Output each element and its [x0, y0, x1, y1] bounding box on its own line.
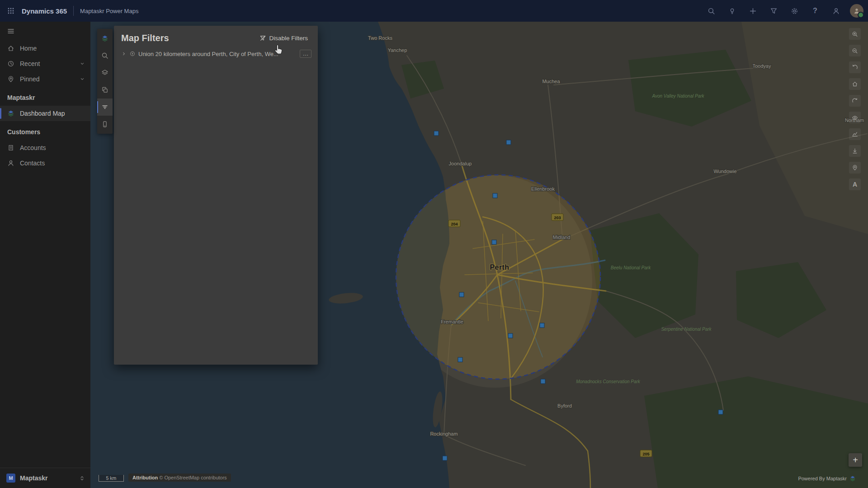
settings-button[interactable] [786, 2, 803, 19]
map-device-button[interactable] [97, 116, 113, 133]
map-label-town: Ellenbrook [531, 186, 555, 192]
support-button[interactable] [827, 2, 844, 19]
waffle-icon [7, 7, 14, 14]
map-marker[interactable] [540, 323, 544, 328]
map-label-town: Byford [557, 403, 572, 408]
app-name[interactable]: Maptaskr Power Maps [80, 8, 138, 14]
sidebar-item-label: Home [20, 45, 37, 52]
map-marker[interactable] [508, 333, 513, 338]
top-bar: Dynamics 365 Maptaskr Power Maps [0, 0, 868, 22]
map-marker[interactable] [443, 456, 447, 460]
environment-switcher[interactable]: M Maptaskr [0, 468, 90, 488]
filter-button[interactable] [765, 2, 782, 19]
map-add-button[interactable]: + [849, 453, 862, 467]
zoom-out-button[interactable] [849, 45, 861, 56]
maptaskr-logo-icon [101, 35, 108, 42]
waffle-menu-button[interactable] [0, 0, 22, 22]
map-marker[interactable] [541, 379, 545, 384]
divider [73, 6, 74, 16]
more-options-button[interactable]: … [300, 50, 311, 58]
map-marker[interactable] [492, 240, 496, 244]
chevron-right-icon[interactable] [121, 51, 127, 56]
hamburger-icon [7, 28, 14, 35]
pin-icon [7, 75, 14, 83]
redo-button[interactable] [849, 95, 861, 107]
route-shield: 204 [448, 220, 460, 227]
map-label-park: Serpentine National Park [661, 327, 712, 332]
chart-button[interactable] [849, 128, 861, 140]
search-button[interactable] [703, 2, 720, 19]
map-filters-button[interactable] [97, 99, 113, 116]
sidebar-item-recent[interactable]: Recent [0, 56, 90, 71]
map-label-town: Muchea [542, 79, 560, 84]
undo-button[interactable] [849, 61, 861, 73]
funnel-icon [770, 7, 778, 15]
zoom-out-icon [852, 47, 858, 55]
map-marker[interactable] [459, 292, 464, 297]
home-view-button[interactable] [849, 78, 861, 90]
zoom-in-icon [852, 30, 858, 38]
undo-icon [852, 64, 858, 71]
map-marker[interactable] [493, 193, 497, 198]
route-shield: 205 [640, 450, 652, 457]
environment-name: Maptaskr [20, 474, 47, 482]
maptaskr-logo-icon [7, 110, 14, 117]
attribution-text[interactable]: © OpenStreetMap contributors [159, 475, 226, 480]
map-marker[interactable] [718, 410, 723, 414]
sidebar-item-pinned[interactable]: Pinned [0, 71, 90, 87]
map-tools-toolbar: A [849, 28, 861, 190]
person-icon [7, 160, 14, 167]
zoom-in-button[interactable] [849, 28, 861, 40]
map-side-toolbar [97, 29, 113, 134]
help-button[interactable]: ? [807, 2, 824, 19]
map-area: 204203205 Two RocksYanchepMucheaToodyayJ… [90, 22, 868, 488]
copilot-button[interactable] [723, 2, 741, 19]
brand-title[interactable]: Dynamics 365 [22, 7, 67, 15]
presence-indicator [858, 12, 864, 18]
map-marker[interactable] [434, 131, 439, 136]
filter-row[interactable]: Union 20 kilometers around Perth, City o… [119, 48, 313, 60]
user-avatar[interactable] [850, 4, 863, 18]
map-label-town: Fremantle [441, 319, 463, 324]
sidebar-item-contacts[interactable]: Contacts [0, 155, 90, 171]
location-button[interactable] [849, 162, 861, 174]
download-button[interactable] [849, 145, 861, 157]
powered-by: Powered By Maptaskr [798, 475, 856, 482]
svg-text:204: 204 [451, 222, 458, 226]
map-marker[interactable] [506, 140, 511, 145]
visibility-button[interactable] [849, 112, 861, 123]
chevron-down-icon[interactable] [80, 61, 85, 66]
disable-filters-button[interactable]: Disable Filters [257, 34, 311, 42]
map-marker[interactable] [458, 357, 462, 362]
home-icon [7, 45, 14, 52]
sidebar-item-home[interactable]: Home [0, 41, 90, 56]
selected-indicator [0, 108, 1, 119]
eye-icon [852, 114, 858, 122]
sidebar-item-label: Contacts [20, 160, 45, 167]
gear-icon [791, 7, 798, 15]
application-window: Dynamics 365 Maptaskr Power Maps [0, 0, 868, 488]
redo-icon [852, 97, 858, 104]
sidebar-item-dashboard-map[interactable]: Dashboard Map [0, 106, 90, 121]
clock-icon [7, 60, 14, 67]
map-pin-icon [852, 164, 858, 171]
map-layers-button[interactable] [97, 64, 113, 81]
nav-group-title-customers: Customers [0, 124, 90, 140]
filter-radius-circle[interactable] [396, 175, 600, 379]
hamburger-menu-button[interactable] [0, 22, 90, 41]
chevron-down-icon[interactable] [80, 76, 85, 82]
funnel-slash-icon [259, 35, 266, 42]
map-label-town: Yanchep [388, 47, 407, 53]
sidebar-item-accounts[interactable]: Accounts [0, 140, 90, 155]
create-button[interactable] [744, 2, 761, 19]
map-search-button[interactable] [97, 47, 113, 64]
panel-title: Map Filters [121, 33, 169, 43]
maptaskr-logo-button[interactable] [97, 30, 113, 47]
map-label-town: Wundowie [713, 169, 736, 174]
sidebar-item-label: Recent [20, 60, 40, 67]
map-shapes-button[interactable] [97, 81, 113, 99]
labels-toggle-button[interactable]: A [849, 178, 861, 190]
filter-label: Union 20 kilometers around Perth, City o… [138, 51, 278, 57]
map-label-town: Two Rocks [368, 35, 392, 41]
device-icon [101, 121, 108, 128]
